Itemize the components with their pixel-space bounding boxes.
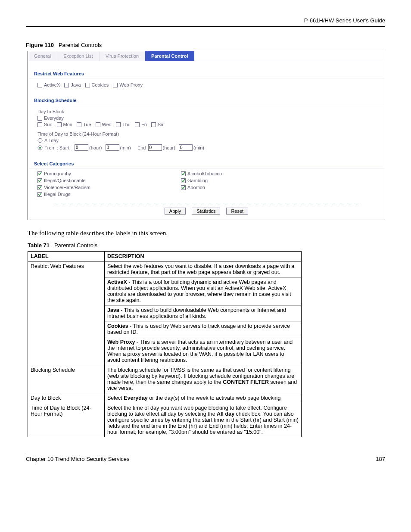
description-table: LABEL DESCRIPTION Restrict Web Features … — [28, 251, 302, 437]
th-description: DESCRIPTION — [105, 252, 302, 261]
label-time-of-day: Time of Day to Block (24-Hour Format) — [37, 131, 375, 137]
header-guide-title: P-661H/HW Series User's Guide — [26, 17, 385, 27]
checkbox-activex[interactable]: ActiveX — [37, 82, 60, 87]
checkbox-mon[interactable]: Mon — [57, 122, 72, 127]
section-select-categories: Select Categories — [28, 159, 385, 168]
table-row: Day to Block Select Everyday or the day(… — [28, 393, 302, 403]
label-activex: ActiveX — [44, 82, 60, 87]
radio-from[interactable]: From : Start — [37, 145, 69, 150]
cell-desc: Select the web features you want to disa… — [105, 261, 302, 277]
th-label: LABEL — [28, 252, 105, 261]
label-min: (min) — [120, 145, 131, 150]
radio-all-day[interactable]: All day — [37, 138, 59, 143]
cell-label: Blocking Schedule — [28, 365, 105, 393]
svg-rect-3 — [113, 83, 118, 87]
label-end: End — [137, 145, 146, 150]
page-footer: Chapter 10 Trend Micro Security Services… — [26, 453, 385, 462]
checkbox-gambling[interactable]: Gambling — [181, 178, 222, 183]
checkbox-fri[interactable]: Fri — [135, 122, 147, 127]
table-row: Blocking Schedule The blocking schedule … — [28, 365, 302, 393]
cell-desc: Select the time of day you want web page… — [105, 403, 302, 437]
svg-rect-11 — [151, 122, 156, 127]
intro-text: The following table describes the labels… — [28, 230, 385, 237]
input-end-hour[interactable] — [148, 144, 162, 151]
svg-rect-9 — [116, 122, 120, 127]
input-end-min[interactable] — [179, 144, 193, 151]
cell-desc: Java - This is used to build downloadabl… — [105, 305, 302, 321]
reset-button[interactable]: Reset — [226, 208, 248, 215]
figure-title: Parental Controls — [59, 42, 102, 48]
apply-button[interactable]: Apply — [165, 208, 186, 215]
checkbox-pornography[interactable]: Pornography — [37, 171, 90, 176]
checkbox-webproxy[interactable]: Web Proxy — [113, 82, 143, 87]
checkbox-thu[interactable]: Thu — [116, 122, 131, 127]
checkbox-illegal-drugs[interactable]: Illegal Drugs — [37, 192, 90, 197]
tab-bar: General Exception List Virus Protection … — [28, 51, 385, 61]
footer-chapter: Chapter 10 Trend Micro Security Services — [26, 456, 130, 462]
svg-rect-4 — [38, 116, 42, 120]
cell-desc: Select Everyday or the day(s) of the wee… — [105, 393, 302, 403]
checkbox-java[interactable]: Java — [64, 82, 81, 87]
tab-exception-list[interactable]: Exception List — [57, 51, 99, 61]
checkbox-abortion[interactable]: Abortion — [181, 185, 222, 190]
input-start-hour[interactable] — [75, 144, 88, 151]
svg-point-14 — [39, 146, 41, 149]
footer-page-number: 187 — [376, 456, 385, 462]
checkbox-wed[interactable]: Wed — [96, 122, 112, 127]
cell-desc: The blocking schedule for TMSS is the sa… — [105, 365, 302, 393]
label-hour: (hour) — [163, 145, 175, 150]
cell-desc: ActiveX - This is a tool for building dy… — [105, 277, 302, 305]
statistics-button[interactable]: Statistics — [192, 208, 220, 215]
label-all-day: All day — [44, 138, 59, 143]
svg-rect-0 — [38, 83, 42, 87]
svg-rect-5 — [38, 122, 42, 127]
table-row: Time of Day to Block (24-Hour Format) Se… — [28, 403, 302, 437]
checkbox-alcohol-tobacco[interactable]: Alcohol/Tobacco — [181, 171, 222, 176]
parental-control-panel: General Exception List Virus Protection … — [28, 51, 385, 220]
figure-caption: Figure 110 Parental Controls — [26, 42, 385, 48]
cell-desc: Web Proxy - This is a server that acts a… — [105, 337, 302, 365]
checkbox-tue[interactable]: Tue — [77, 122, 91, 127]
cell-label: Day to Block — [28, 393, 105, 403]
svg-rect-1 — [65, 83, 69, 87]
cell-desc: Cookies - This is used by Web servers to… — [105, 321, 302, 337]
svg-rect-10 — [135, 122, 139, 127]
section-restrict-web-features: Restrict Web Features — [28, 69, 385, 78]
table-row: Restrict Web Features Select the web fea… — [28, 261, 302, 277]
label-webproxy: Web Proxy — [119, 82, 143, 87]
section-blocking-schedule: Blocking Schedule — [28, 96, 385, 105]
svg-rect-6 — [57, 122, 61, 127]
table-header-row: LABEL DESCRIPTION — [28, 252, 302, 261]
tab-parental-control[interactable]: Parental Control — [145, 51, 194, 61]
figure-number: Figure 110 — [26, 42, 54, 48]
svg-rect-2 — [85, 83, 90, 87]
checkbox-sun[interactable]: Sun — [37, 122, 53, 127]
svg-rect-7 — [77, 122, 81, 127]
cell-label: Restrict Web Features — [28, 261, 105, 365]
label-hour: (hour) — [89, 145, 102, 150]
svg-rect-8 — [96, 122, 100, 127]
button-row: Apply Statistics Reset — [54, 204, 359, 220]
checkbox-everyday[interactable]: Everyday — [37, 115, 64, 121]
tab-general[interactable]: General — [28, 51, 57, 61]
label-min: (min) — [193, 145, 204, 150]
input-start-min[interactable] — [106, 144, 119, 151]
svg-point-12 — [38, 138, 42, 143]
label-from-start: From : Start — [44, 145, 69, 150]
label-java: Java — [71, 82, 81, 87]
table-number: Table 71 — [28, 242, 50, 249]
tab-virus-protection[interactable]: Virus Protection — [100, 51, 145, 61]
checkbox-sat[interactable]: Sat — [151, 122, 165, 127]
label-cookies: Cookies — [92, 82, 109, 87]
table-caption: Table 71 Parental Controls — [28, 242, 385, 249]
label-everyday: Everyday — [44, 115, 64, 121]
cell-label: Time of Day to Block (24-Hour Format) — [28, 403, 105, 437]
checkbox-illegal-questionable[interactable]: Illegal/Questionable — [37, 178, 90, 183]
checkbox-cookies[interactable]: Cookies — [85, 82, 109, 87]
label-day-to-block: Day to Block — [37, 109, 375, 114]
checkbox-violence[interactable]: Violence/Hate/Racism — [37, 185, 90, 190]
table-title: Parental Controls — [54, 242, 97, 249]
